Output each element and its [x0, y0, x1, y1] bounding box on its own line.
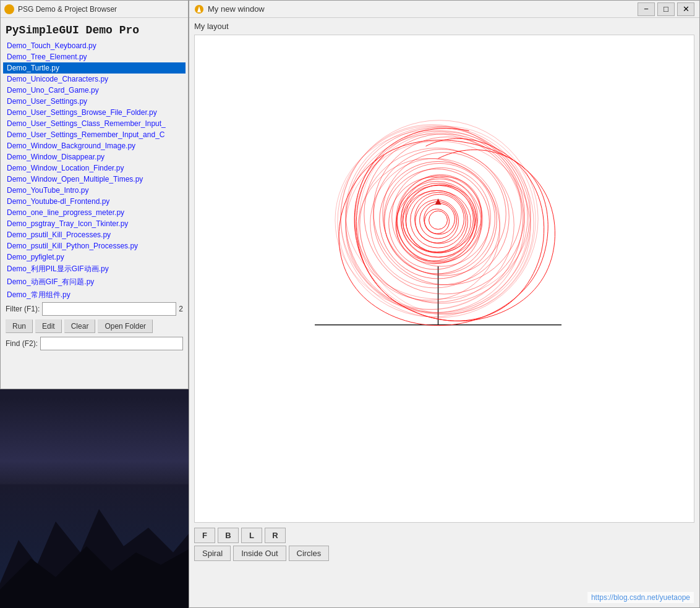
filter-label: Filter (F1): [6, 305, 40, 313]
file-list-item[interactable]: Demo_Window_Background_Image.py [3, 140, 186, 151]
buttons-row: Run Edit Clear Open Folder [3, 317, 186, 336]
file-list-item[interactable]: Demo_常用组件.py [3, 289, 186, 300]
file-list-item[interactable]: Demo_psgtray_Tray_Icon_Tkinter.py [3, 218, 186, 229]
open-folder-button[interactable]: Open Folder [98, 319, 153, 333]
file-list-item[interactable]: Demo_利用PIL显示GIF动画.py [3, 263, 186, 276]
right-window: My new window − □ ✕ My layout [189, 0, 700, 608]
svg-point-34 [425, 209, 450, 234]
file-list-item[interactable]: Demo_Tree_Element.py [3, 51, 186, 62]
nav-button[interactable]: B [218, 528, 239, 543]
svg-point-20 [384, 163, 495, 274]
svg-point-9 [346, 134, 524, 313]
svg-point-31 [416, 200, 459, 243]
file-list-item[interactable]: Demo_YouTube_Intro.py [3, 185, 186, 196]
url-bar: https://blog.csdn.net/yuetaope [587, 592, 694, 603]
layout-label: My layout [189, 18, 699, 35]
nav-button[interactable]: R [265, 528, 286, 543]
file-list: Demo_Touch_Keyboard.pyDemo_Tree_Element.… [3, 40, 186, 300]
svg-point-16 [373, 150, 509, 285]
action-button[interactable]: Circles [289, 546, 330, 561]
close-button[interactable]: ✕ [677, 2, 694, 16]
file-list-item[interactable]: Demo_Turtle.py [3, 62, 186, 74]
file-list-item[interactable]: Demo_Youtube-dl_Frontend.py [3, 196, 186, 207]
background-landscape [0, 398, 189, 608]
filter-row: Filter (F1): 2 [3, 300, 186, 317]
file-list-item[interactable]: Demo_Window_Location_Finder.py [3, 163, 186, 174]
right-titlebar: My new window − □ ✕ [189, 1, 699, 18]
file-list-item[interactable]: Demo_User_Settings.py [3, 96, 186, 107]
find-input[interactable] [40, 337, 183, 350]
canvas-area [194, 35, 694, 523]
edit-button[interactable]: Edit [35, 319, 62, 333]
svg-point-10 [364, 134, 524, 294]
find-label: Find (F2): [6, 339, 38, 348]
file-list-item[interactable]: Demo_psutil_Kill_Processes.py [3, 229, 186, 240]
find-row: Find (F2): [3, 336, 186, 353]
action-button[interactable]: Spiral [194, 546, 231, 561]
file-list-item[interactable]: Demo_User_Settings_Browse_File_Folder.py [3, 107, 186, 118]
left-heading: PySimpleGUI Demo Pro [3, 20, 186, 40]
svg-point-35 [429, 211, 448, 229]
titlebar-controls: − □ ✕ [638, 2, 694, 16]
left-window-title: PSG Demo & Project Browser [18, 5, 117, 14]
nav-buttons-row: FBLR [194, 528, 694, 543]
left-content: PySimpleGUI Demo Pro Demo_Touch_Keyboard… [1, 18, 188, 355]
svg-point-17 [370, 158, 500, 287]
svg-point-14 [373, 137, 521, 285]
file-list-item[interactable]: Demo_Uno_Card_Game.py [3, 85, 186, 96]
svg-point-33 [424, 203, 455, 234]
left-window-icon [4, 4, 14, 14]
svg-point-13 [338, 126, 529, 317]
file-list-item[interactable]: Demo_动画GIF_有问题.py [3, 276, 186, 289]
left-window: PSG Demo & Project Browser PySimpleGUI D… [0, 0, 189, 389]
file-list-item[interactable]: Demo_Unicode_Characters.py [3, 74, 186, 85]
nav-button[interactable]: F [194, 528, 215, 543]
file-list-item[interactable]: Demo_User_Settings_Remember_Input_and_C [3, 129, 186, 140]
run-button[interactable]: Run [6, 319, 33, 333]
action-button[interactable]: Inside Out [233, 546, 286, 561]
right-window-icon [194, 4, 204, 14]
svg-point-32 [420, 201, 457, 239]
nav-button[interactable]: L [241, 528, 262, 543]
file-list-item[interactable]: Demo_User_Settings_Class_Remember_Input_ [3, 118, 186, 129]
bottom-controls: FBLR SpiralInside OutCircles [189, 523, 699, 566]
filter-count: 2 [179, 305, 183, 313]
file-list-item[interactable]: Demo_pyfiglet.py [3, 251, 186, 263]
filter-input[interactable] [42, 302, 176, 316]
file-list-item[interactable]: Demo_Touch_Keyboard.py [3, 40, 186, 51]
turtle-drawing [195, 35, 694, 522]
maximize-button[interactable]: □ [657, 2, 675, 16]
right-window-title: My new window [208, 4, 638, 14]
minimize-button[interactable]: − [638, 2, 655, 16]
file-list-item[interactable]: Demo_Window_Disappear.py [3, 151, 186, 163]
mountain-svg [0, 484, 189, 608]
action-buttons-row: SpiralInside OutCircles [194, 546, 694, 561]
file-list-item[interactable]: Demo_one_line_progress_meter.py [3, 207, 186, 218]
file-list-item[interactable]: Demo_Window_Open_Multiple_Times.py [3, 174, 186, 185]
file-list-item[interactable]: Demo_psutil_Kill_Python_Processes.py [3, 240, 186, 251]
clear-button[interactable]: Clear [64, 319, 96, 333]
left-titlebar: PSG Demo & Project Browser [1, 1, 188, 18]
